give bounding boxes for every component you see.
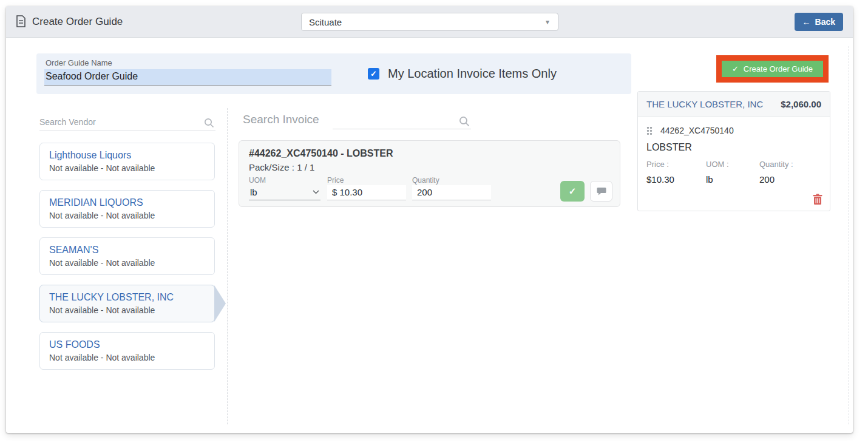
comment-button[interactable]: [590, 181, 612, 202]
my-location-checkbox-row[interactable]: ✓ My Location Invoice Items Only: [368, 67, 557, 81]
back-arrow-icon: ←: [802, 17, 811, 27]
price-label: Price: [327, 176, 406, 185]
create-order-guide-button[interactable]: ✓ Create Order Guide: [722, 61, 823, 77]
summary-uom-value: lb: [706, 174, 759, 185]
quantity-input[interactable]: Quantity 200: [412, 176, 491, 200]
annotation-highlight-box: ✓ Create Order Guide: [716, 55, 829, 83]
vendor-availability: Not available - Not available: [49, 258, 205, 268]
invoice-search-label: Search Invoice: [243, 113, 319, 126]
uom-label: UOM: [249, 176, 320, 185]
order-guide-form-panel: Order Guide Name Seafood Order Guide ✓ M…: [36, 53, 631, 94]
order-guide-name-label: Order Guide Name: [46, 58, 112, 67]
delete-item-button[interactable]: [813, 194, 822, 207]
drag-handle-icon[interactable]: [646, 126, 653, 135]
vendor-card[interactable]: SEAMAN'S Not available - Not available: [39, 237, 215, 275]
price-value: $ 10.30: [332, 187, 362, 197]
invoice-item-title: #44262_XC4750140 - LOBSTER: [249, 148, 610, 159]
vendor-card[interactable]: Lighthouse Liquors Not available - Not a…: [39, 143, 215, 180]
search-icon: [459, 116, 470, 127]
vendor-name: US FOODS: [49, 339, 205, 350]
summary-price-value: $10.30: [646, 174, 706, 185]
caret-down-icon: ▼: [544, 19, 551, 25]
summary-header: THE LUCKY LOBSTER, INC $2,060.00: [638, 92, 830, 117]
quantity-label: Quantity: [412, 176, 491, 185]
location-dropdown-value: Scituate: [309, 17, 342, 27]
vendor-card-selected[interactable]: THE LUCKY LOBSTER, INC Not available - N…: [39, 285, 215, 322]
order-guide-name-input[interactable]: Seafood Order Guide: [44, 69, 331, 86]
topbar: Create Order Guide Scituate ▼ ← Back: [6, 6, 853, 38]
vendor-invoice-divider: [227, 108, 228, 424]
order-guide-name-value: Seafood Order Guide: [46, 71, 138, 81]
invoice-item-card: #44262_XC4750140 - LOBSTER Pack/Size : 1…: [239, 140, 620, 207]
vendor-summary-card: THE LUCKY LOBSTER, INC $2,060.00 44262_X…: [637, 91, 830, 211]
vendor-name: SEAMAN'S: [49, 245, 205, 256]
invoice-search-input[interactable]: [333, 115, 471, 129]
checkmark-icon: ✓: [370, 69, 377, 78]
summary-quantity-value: 200: [759, 174, 821, 185]
summary-item-code: 44262_XC4750140: [660, 126, 734, 135]
vendor-availability: Not available - Not available: [49, 163, 205, 173]
summary-right-divider: [849, 46, 849, 424]
summary-item-name: LOBSTER: [646, 142, 821, 153]
summary-total: $2,060.00: [781, 99, 821, 109]
quantity-value: 200: [417, 187, 432, 197]
vendor-card[interactable]: US FOODS Not available - Not available: [39, 332, 215, 370]
page-title: Create Order Guide: [32, 16, 123, 28]
vendor-name: Lighthouse Liquors: [49, 150, 205, 161]
document-icon: [16, 15, 26, 28]
vendor-name: THE LUCKY LOBSTER, INC: [49, 292, 205, 303]
check-icon: ✓: [569, 186, 577, 196]
uom-select[interactable]: UOM lb: [249, 176, 320, 200]
comment-bubble-icon: [597, 187, 606, 195]
vendor-name: MERIDIAN LIQUORS: [49, 197, 205, 208]
summary-uom-label: UOM :: [706, 160, 759, 169]
summary-item: 44262_XC4750140 LOBSTER Price : UOM : Qu…: [638, 117, 830, 211]
vendor-availability: Not available - Not available: [49, 211, 205, 220]
location-dropdown[interactable]: Scituate ▼: [301, 13, 558, 31]
search-icon: [204, 118, 214, 128]
title-group: Create Order Guide: [16, 15, 123, 28]
my-location-checkbox-label: My Location Invoice Items Only: [388, 67, 557, 81]
page-background: Create Order Guide Scituate ▼ ← Back Ord…: [0, 0, 868, 448]
confirm-item-button[interactable]: ✓: [560, 181, 585, 202]
summary-quantity-label: Quantity :: [759, 160, 821, 169]
vendor-search-placeholder: Search Vendor: [39, 117, 96, 127]
vendor-search-input[interactable]: Search Vendor: [39, 117, 215, 131]
summary-price-label: Price :: [646, 160, 706, 169]
invoice-item-pack-size: Pack/Size : 1 / 1: [249, 162, 610, 172]
create-order-guide-window: Create Order Guide Scituate ▼ ← Back Ord…: [6, 6, 853, 433]
vendor-card[interactable]: MERIDIAN LIQUORS Not available - Not ava…: [39, 190, 215, 228]
uom-value: lb: [250, 187, 257, 197]
my-location-checkbox[interactable]: ✓: [368, 68, 379, 80]
selected-vendor-arrow: [214, 285, 226, 322]
chevron-down-icon: [313, 190, 319, 194]
check-icon: ✓: [732, 64, 739, 73]
trash-icon: [813, 194, 822, 205]
vendor-availability: Not available - Not available: [49, 305, 205, 315]
vendor-availability: Not available - Not available: [49, 353, 205, 362]
price-input[interactable]: Price $ 10.30: [327, 176, 406, 200]
summary-vendor-name: THE LUCKY LOBSTER, INC: [646, 99, 763, 109]
create-order-guide-button-label: Create Order Guide: [744, 64, 813, 73]
back-button-label: Back: [815, 17, 835, 27]
back-button[interactable]: ← Back: [795, 13, 843, 31]
